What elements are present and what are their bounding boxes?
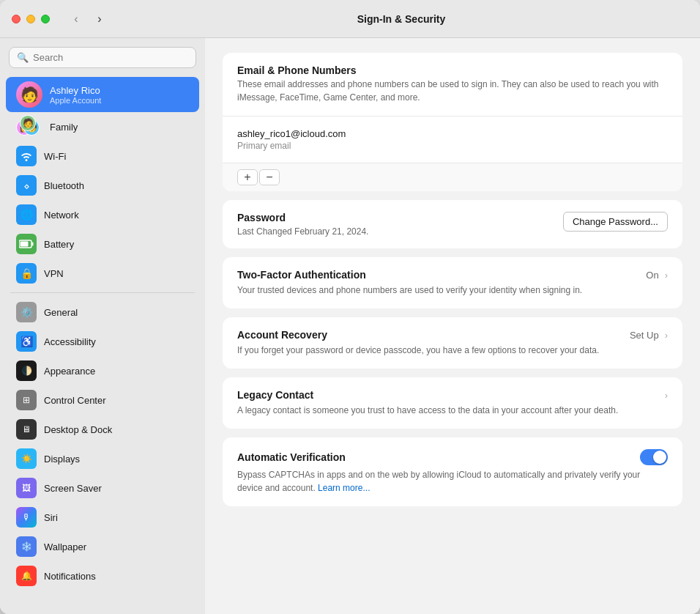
two-factor-row[interactable]: Two-Factor Authentication On › Your trus… (223, 257, 682, 308)
appearance-label: Appearance (44, 366, 95, 377)
account-recovery-header: Account Recovery Set Up › (237, 329, 668, 341)
password-info: Password Last Changed February 21, 2024. (237, 212, 563, 237)
user-avatar: 🧑 (16, 81, 42, 108)
sidebar-item-accessibility[interactable]: ♿ Accessibility (6, 327, 199, 356)
notifications-label: Notifications (44, 571, 96, 582)
auto-verification-title: Automatic Verification (237, 451, 346, 463)
wifi-label: Wi-Fi (44, 151, 66, 162)
email-phone-section: Email & Phone Numbers These email addres… (223, 53, 682, 191)
sidebar-item-vpn[interactable]: 🔒 VPN (6, 259, 199, 288)
account-recovery-chevron-icon: › (665, 330, 668, 341)
vpn-icon: 🔒 (16, 263, 37, 284)
remove-email-button[interactable]: − (259, 169, 280, 185)
add-remove-row: + − (223, 163, 682, 191)
password-title: Password (237, 212, 563, 223)
battery-icon (16, 234, 37, 254)
search-icon: 🔍 (17, 52, 29, 63)
displays-icon: ☀️ (16, 448, 37, 469)
auto-verification-desc: Bypass CAPTCHAs in apps and on the web b… (237, 468, 668, 495)
sidebar-item-wifi[interactable]: Wi-Fi (6, 141, 199, 171)
two-factor-desc: Your trusted devices and phone numbers a… (237, 284, 668, 297)
close-button[interactable] (12, 15, 21, 23)
email-value-row: ashley_rico1@icloud.com Primary email (223, 116, 682, 163)
two-factor-chevron-icon: › (665, 270, 668, 281)
sidebar: 🔍 🧑 Ashley Rico Apple Account 👩 🧒 (0, 38, 205, 614)
minimize-button[interactable] (26, 15, 35, 23)
change-password-button[interactable]: Change Password... (563, 212, 668, 232)
account-recovery-desc: If you forget your password or device pa… (237, 344, 668, 357)
two-factor-right: On › (646, 270, 668, 281)
account-recovery-section: Account Recovery Set Up › If you forget … (223, 317, 682, 369)
family-avatars: 👩 🧒 🧑 (16, 116, 42, 137)
legacy-contact-header: Legacy Contact › (237, 389, 668, 401)
sidebar-item-appearance[interactable]: 🌓 Appearance (6, 356, 199, 385)
auto-verification-row: Automatic Verification Bypass CAPTCHAs i… (223, 437, 682, 506)
screen-saver-label: Screen Saver (44, 483, 102, 494)
sidebar-item-family[interactable]: 👩 🧒 🧑 Family (6, 112, 199, 141)
screen-saver-icon: 🖼 (16, 478, 37, 498)
back-button[interactable]: ‹ (67, 10, 85, 28)
sidebar-item-battery[interactable]: Battery (6, 229, 199, 259)
sidebar-item-wallpaper[interactable]: ❄️ Wallpaper (6, 532, 199, 561)
bluetooth-icon: ⬦ (16, 175, 37, 196)
wifi-icon (16, 146, 37, 166)
sidebar-item-control-center[interactable]: ⊞ Control Center (6, 385, 199, 415)
user-name: Ashley Rico (50, 85, 101, 96)
family-text: Family (50, 122, 78, 133)
sidebar-divider (10, 292, 195, 293)
sidebar-item-notifications[interactable]: 🔔 Notifications (6, 561, 199, 591)
legacy-contact-row[interactable]: Legacy Contact › A legacy contact is som… (223, 377, 682, 429)
network-icon: 🌐 (16, 204, 37, 225)
sidebar-item-screen-saver[interactable]: 🖼 Screen Saver (6, 473, 199, 503)
sidebar-item-displays[interactable]: ☀️ Displays (6, 444, 199, 473)
password-date: Last Changed February 21, 2024. (237, 226, 563, 237)
sidebar-item-desktop-dock[interactable]: 🖥 Desktop & Dock (6, 415, 199, 444)
search-input[interactable] (33, 52, 188, 63)
account-recovery-title: Account Recovery (237, 329, 327, 341)
accessibility-label: Accessibility (44, 336, 96, 347)
legacy-contact-section: Legacy Contact › A legacy contact is som… (223, 377, 682, 429)
email-type-label: Primary email (237, 141, 668, 151)
search-bar[interactable]: 🔍 (9, 47, 196, 68)
account-recovery-row[interactable]: Account Recovery Set Up › If you forget … (223, 317, 682, 369)
password-section: Password Last Changed February 21, 2024.… (223, 200, 682, 248)
siri-icon: 🎙 (16, 507, 37, 528)
sidebar-item-bluetooth[interactable]: ⬦ Bluetooth (6, 171, 199, 200)
sidebar-item-apple-account[interactable]: 🧑 Ashley Rico Apple Account (6, 77, 199, 112)
bluetooth-label: Bluetooth (44, 180, 84, 191)
svg-rect-1 (32, 243, 34, 246)
password-row: Password Last Changed February 21, 2024.… (223, 200, 682, 248)
displays-label: Displays (44, 454, 80, 465)
appearance-icon: 🌓 (16, 360, 37, 381)
desktop-dock-icon: 🖥 (16, 419, 37, 440)
sidebar-item-network[interactable]: 🌐 Network (6, 200, 199, 229)
app-window: ‹ › Sign-In & Security 🔍 🧑 Ashley Rico A… (0, 0, 700, 614)
general-label: General (44, 307, 78, 318)
auto-verification-header: Automatic Verification (237, 449, 668, 465)
sidebar-item-siri[interactable]: 🎙 Siri (6, 503, 199, 532)
siri-label: Siri (44, 512, 58, 523)
nav-buttons: ‹ › (67, 10, 108, 28)
network-label: Network (44, 210, 79, 221)
email-phone-title: Email & Phone Numbers (237, 64, 668, 76)
accessibility-icon: ♿ (16, 331, 37, 352)
window-title: Sign-In & Security (114, 13, 688, 25)
content-area: Email & Phone Numbers These email addres… (205, 38, 700, 614)
wallpaper-icon: ❄️ (16, 536, 37, 557)
add-email-button[interactable]: + (237, 169, 258, 185)
maximize-button[interactable] (41, 15, 50, 23)
legacy-contact-chevron-icon: › (665, 390, 668, 401)
user-sublabel: Apple Account (50, 96, 101, 105)
two-factor-section: Two-Factor Authentication On › Your trus… (223, 257, 682, 308)
sidebar-item-general[interactable]: ⚙️ General (6, 297, 199, 327)
learn-more-link[interactable]: Learn more... (318, 483, 370, 493)
email-address: ashley_rico1@icloud.com (237, 128, 668, 139)
family-label: Family (50, 122, 78, 133)
battery-label: Battery (44, 239, 74, 250)
two-factor-value: On (646, 270, 658, 281)
legacy-contact-title: Legacy Contact (237, 389, 313, 401)
auto-verification-toggle[interactable] (640, 449, 668, 465)
forward-button[interactable]: › (91, 10, 108, 28)
account-recovery-value: Set Up (630, 330, 659, 341)
email-phone-desc: These email addresses and phone numbers … (237, 78, 668, 104)
